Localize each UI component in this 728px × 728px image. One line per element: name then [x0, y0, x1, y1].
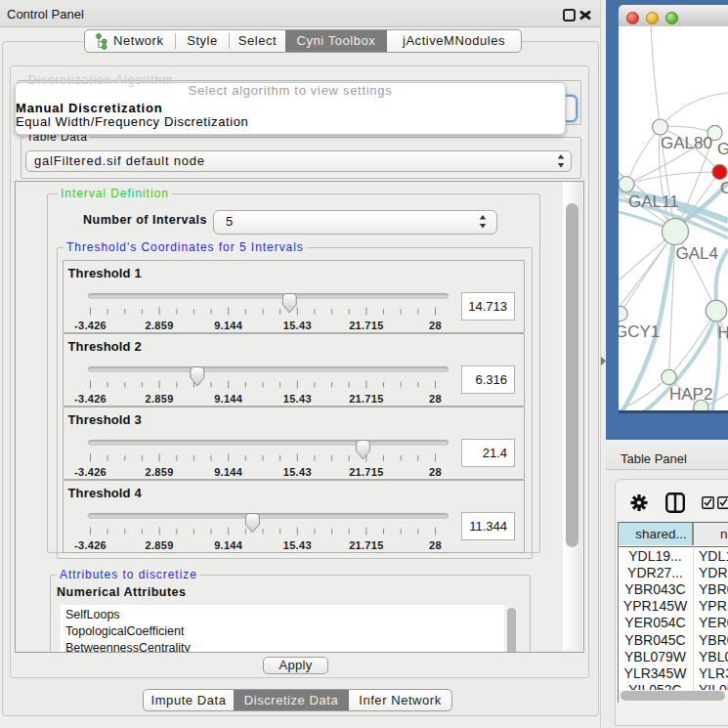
svg-text:28: 28: [429, 466, 442, 478]
svg-text:-3.426: -3.426: [74, 393, 107, 405]
svg-text:28: 28: [429, 393, 442, 405]
svg-text:28: 28: [429, 320, 442, 331]
svg-text:2.859: 2.859: [145, 393, 173, 405]
svg-text:9.144: 9.144: [214, 320, 243, 331]
svg-text:GCY1: GCY1: [619, 322, 660, 341]
svg-text:9.144: 9.144: [214, 539, 243, 551]
svg-text:-3.426: -3.426: [74, 320, 107, 331]
svg-text:15.43: 15.43: [282, 320, 311, 331]
svg-text:21.715: 21.715: [349, 539, 383, 551]
svg-text:-3.426: -3.426: [74, 466, 107, 478]
svg-text:GAL80: GAL80: [661, 134, 712, 152]
svg-text:9.144: 9.144: [214, 393, 243, 405]
svg-text:21.715: 21.715: [349, 466, 383, 478]
svg-text:GAL4: GAL4: [676, 244, 718, 263]
svg-text:-3.426: -3.426: [74, 539, 107, 551]
svg-text:2.859: 2.859: [145, 539, 173, 551]
svg-text:HA: HA: [718, 323, 728, 342]
svg-text:21.715: 21.715: [349, 393, 383, 405]
svg-text:HAP2: HAP2: [669, 385, 712, 404]
svg-text:2.859: 2.859: [145, 466, 173, 478]
svg-text:C: C: [720, 179, 728, 197]
svg-text:15.43: 15.43: [282, 393, 311, 405]
svg-text:15.43: 15.43: [282, 466, 311, 478]
svg-text:2.859: 2.859: [145, 320, 173, 331]
svg-text:15.43: 15.43: [282, 539, 311, 551]
svg-text:21.715: 21.715: [349, 320, 383, 331]
svg-text:GAL11: GAL11: [628, 193, 679, 211]
svg-text:9.144: 9.144: [214, 466, 243, 478]
svg-text:28: 28: [429, 539, 442, 551]
svg-text:GA: GA: [717, 140, 728, 158]
